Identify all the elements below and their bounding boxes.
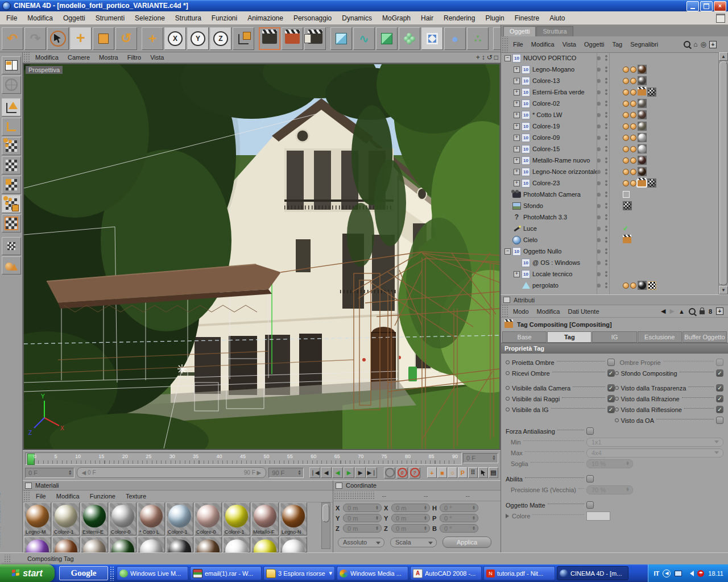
visibility-toggle-icons[interactable] (605, 260, 607, 265)
value-field[interactable]: 0 °▲▼ (440, 504, 478, 512)
record-red-button[interactable]: 0 (396, 467, 408, 479)
taskbar-divider[interactable] (110, 566, 114, 581)
object-row[interactable]: Luce✓ (501, 223, 719, 234)
enable-dot-icon[interactable] (597, 113, 601, 117)
visibility-toggle-icons[interactable] (605, 203, 607, 209)
value-field[interactable]: 0 m▲▼ (391, 504, 430, 512)
viewport-menu-mostra[interactable]: Mostra (94, 53, 123, 62)
visibility-dots[interactable] (597, 203, 623, 209)
search-icon[interactable] (684, 41, 690, 48)
om-menu-vista[interactable]: Vista (559, 40, 580, 49)
value-field[interactable]: 0 °▲▼ (440, 524, 478, 533)
checkbox[interactable] (716, 359, 723, 366)
checkbox[interactable]: ✓ (716, 395, 723, 402)
texture-tag-icon[interactable] (623, 89, 629, 95)
material-tile[interactable] (166, 537, 193, 552)
clock[interactable]: 18.11 (708, 570, 723, 577)
frame-field[interactable]: 0 F▲▼ (25, 468, 75, 478)
object-row[interactable]: +10Legno-Mogano (501, 64, 719, 75)
menu-funzioni[interactable]: Funzioni (206, 13, 242, 24)
material-tile[interactable]: Colore-0 (195, 502, 222, 535)
perspective-viewport[interactable]: Prospettiva (23, 63, 500, 450)
anim-dot-icon[interactable] (615, 418, 619, 422)
go-end-button[interactable]: ▶❘ (366, 467, 377, 478)
visibility-toggle-icons[interactable] (605, 101, 607, 106)
menu-struttura[interactable]: Struttura (170, 13, 206, 24)
attr-menu-modo[interactable]: Modo (509, 307, 533, 316)
visibility-dots[interactable] (597, 260, 623, 265)
history-forward-icon[interactable]: ▶ (670, 307, 675, 315)
record-scale-button[interactable]: ■ (437, 467, 447, 478)
attr-tab-base[interactable]: Base (502, 331, 547, 343)
panel-icon[interactable] (25, 483, 32, 489)
timeline-range-slider[interactable]: ◀ 0 F 90 F ▶ (77, 467, 267, 478)
expand-icon[interactable]: + (514, 180, 520, 186)
redo-button[interactable]: ↷ (24, 27, 46, 50)
checkbox[interactable] (607, 359, 615, 366)
add-particles-button[interactable]: ∴ (467, 27, 489, 50)
object-row[interactable]: +10Legno-Noce orizzontale (501, 166, 719, 177)
visibility-dots[interactable] (597, 123, 623, 129)
start-button[interactable]: start (0, 564, 55, 582)
visibility-dots[interactable] (597, 237, 623, 243)
material-tile[interactable]: Colore-1 (223, 502, 250, 535)
link-icon[interactable]: 8 (709, 308, 712, 315)
visibility-toggle-icons[interactable] (605, 78, 607, 84)
material-thumbnail[interactable] (623, 201, 632, 210)
object-row[interactable]: +10Colore-15 (501, 143, 719, 155)
menu-aiuto[interactable]: Aiuto (544, 13, 570, 24)
coordinate-system-button[interactable] (233, 27, 254, 50)
taskbar-item-c4d[interactable]: CINEMA 4D - [m... (557, 566, 628, 580)
expand-icon[interactable]: + (514, 135, 520, 141)
spinner-soglia[interactable]: 10 %▲▼ (586, 459, 633, 468)
material-thumbnail[interactable] (638, 99, 647, 108)
anim-dot-icon[interactable] (506, 397, 510, 401)
undo-button[interactable]: ↶ (2, 27, 23, 50)
material-thumbnail[interactable] (638, 122, 647, 131)
tray-collapse-icon[interactable]: ◀ (663, 569, 671, 577)
visibility-dots[interactable] (597, 271, 623, 277)
texture-tag-icon[interactable] (630, 101, 636, 107)
viewport-menu-modifica[interactable]: Modifica (31, 53, 63, 62)
attr-menu-modifica[interactable]: Modifica (533, 307, 564, 316)
menu-animazione[interactable]: Animazione (242, 13, 288, 24)
enable-dot-icon[interactable] (597, 56, 601, 60)
make-editable-button[interactable] (2, 98, 21, 117)
menu-mograph[interactable]: MoGraph (377, 13, 416, 24)
visibility-dots[interactable] (597, 226, 623, 231)
uv-mode-button[interactable] (2, 195, 21, 213)
texture-tag-icon[interactable] (630, 282, 636, 289)
maximize-view-icon[interactable]: □ (494, 53, 498, 61)
texture-tag-icon[interactable] (630, 180, 636, 186)
enable-dot-icon[interactable] (597, 68, 601, 72)
material-thumbnail[interactable] (647, 88, 656, 97)
taskbar-item-winrar[interactable]: email(1).rar - W... (190, 566, 262, 580)
visibility-dots[interactable] (597, 89, 623, 95)
object-row[interactable]: +10Colore-23 (501, 177, 719, 189)
view-label[interactable]: Prospettiva (26, 66, 63, 74)
color-swatch[interactable] (586, 512, 610, 521)
expand-icon[interactable]: + (514, 78, 520, 84)
texture-tag-icon[interactable] (623, 78, 629, 84)
visibility-toggle-icons[interactable] (605, 66, 607, 72)
pan-view-icon[interactable]: + (476, 53, 480, 61)
expand-icon[interactable]: + (514, 89, 520, 95)
points-mode-button[interactable] (2, 137, 21, 155)
spinner-precisione-ig-vecchia-[interactable]: 70 %▲▼ (586, 485, 633, 494)
materials-scrollbar[interactable] (321, 502, 330, 549)
object-row[interactable]: Cielo (501, 234, 719, 246)
texture-tag-icon[interactable] (623, 146, 629, 152)
menu-modifica[interactable]: Modifica (22, 13, 58, 24)
menu-strumenti[interactable]: Strumenti (90, 13, 130, 24)
texture-tag-icon[interactable] (630, 135, 636, 141)
attr-tab-esclusione[interactable]: Esclusione (638, 331, 682, 343)
check-visto-dalla-trasparenza[interactable]: Visto dalla Trasparenza✓ (615, 383, 724, 393)
camera-target-icon[interactable] (623, 191, 630, 198)
panel-grip[interactable] (23, 52, 31, 63)
enable-dot-icon[interactable] (597, 90, 601, 94)
restore-button[interactable] (700, 1, 713, 11)
taskbar-item-wmp[interactable]: Windows Media ... (337, 566, 408, 580)
rotate-button[interactable]: ↺ (115, 27, 137, 50)
value-field[interactable]: 0 m▲▼ (343, 514, 382, 522)
volume-icon[interactable] (685, 569, 693, 577)
